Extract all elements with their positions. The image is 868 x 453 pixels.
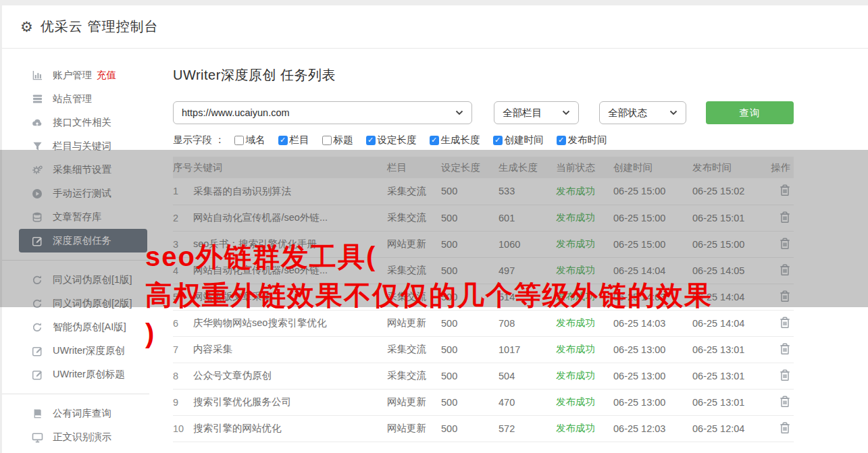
field-checkbox[interactable]: ✓生成长度 — [430, 134, 480, 146]
field-checkbox[interactable]: 域名 — [234, 134, 265, 146]
book-icon — [31, 408, 43, 419]
trash-icon — [779, 294, 791, 304]
cell-status: 发布成功 — [556, 178, 613, 205]
cell-status: 发布成功 — [556, 284, 613, 310]
column-header: 当前状态 — [556, 157, 613, 178]
delete-button[interactable] — [779, 211, 791, 223]
field-checkbox[interactable]: ✓发布时间 — [557, 134, 607, 146]
site-select[interactable]: https://www.ucaiyun.com — [173, 101, 472, 124]
status-select[interactable]: 全部状态 — [599, 101, 686, 124]
cell-gen_len: 470 — [499, 389, 556, 415]
column-select[interactable]: 全部栏目 — [494, 101, 579, 124]
field-checkbox[interactable]: ✓创建时间 — [493, 134, 544, 146]
delete-button[interactable] — [779, 395, 791, 408]
sidebar-item[interactable]: 智能伪原创[AI版] — [19, 315, 147, 339]
delete-button[interactable] — [779, 237, 791, 250]
checkbox-icon: ✓ — [493, 136, 503, 145]
refresh-icon — [31, 275, 43, 286]
trash-icon — [779, 347, 791, 357]
cell-actions — [771, 336, 794, 363]
sidebar-item[interactable]: 文章暂存库 — [19, 205, 147, 229]
checkbox-label: 发布时间 — [568, 134, 607, 146]
column-header: 操作 — [771, 157, 794, 178]
table-row: 9搜索引擎优化服务公司网站更新500470发布成功06-25 13:0006-2… — [173, 389, 794, 415]
column-header: 生成长度 — [499, 157, 556, 178]
field-checkbox[interactable]: 标题 — [322, 134, 353, 146]
trash-icon — [779, 400, 791, 410]
cell-column: 采集交流 — [387, 205, 441, 231]
sidebar-item[interactable]: 站点管理 — [19, 87, 147, 111]
cell-set_len: 500 — [441, 389, 499, 415]
cell-set_len: 500 — [441, 257, 499, 284]
cell-keyword: 搜索引擎优化服务公司 — [193, 389, 387, 415]
fields-label: 显示字段 ： — [173, 134, 225, 146]
trash-icon — [779, 321, 791, 331]
cell-column: 采集交流 — [387, 336, 441, 363]
cell-created: 06-25 13:00 — [613, 363, 692, 389]
field-checkbox[interactable]: ✓栏目 — [278, 134, 309, 146]
sidebar-item-label: 深度原创任务 — [53, 234, 111, 247]
column-header: 栏目 — [387, 157, 441, 178]
cell-created: 06-25 14:04 — [613, 257, 692, 284]
gears-icon — [31, 165, 43, 176]
cell-column: 网站更新 — [387, 415, 441, 442]
cell-created: 06-25 13:00 — [613, 389, 692, 415]
cell-keyword: 采集器的自动识别算法 — [193, 178, 387, 205]
sidebar-item-label: 智能伪原创[AI版] — [53, 321, 126, 334]
sidebar-item-label: UWriter原创标题 — [53, 368, 125, 381]
cell-published: 06-25 14:05 — [692, 257, 771, 284]
sidebar-item[interactable]: 账户管理充值 — [19, 63, 147, 87]
cell-gen_len: 497 — [499, 257, 556, 284]
sidebar-item[interactable]: 手动运行测试 — [19, 182, 147, 205]
sidebar-item[interactable]: 采集细节设置 — [19, 158, 147, 182]
query-button[interactable]: 查询 — [706, 101, 794, 124]
cell-gen_len: 504 — [499, 363, 556, 389]
cell-no: 3 — [173, 231, 193, 257]
trash-icon — [779, 268, 791, 278]
cell-keyword: 庆华购物网站seo搜索引擎优化 — [193, 310, 387, 336]
trash-icon — [779, 426, 791, 436]
checkbox-icon: ✓ — [366, 136, 376, 145]
sidebar-item[interactable]: 接口文件相关 — [19, 111, 147, 134]
sidebar-item[interactable]: UWriter深度原创 — [19, 339, 147, 363]
cell-status: 发布成功 — [556, 363, 613, 389]
table-row: 7内容采集采集交流5001017发布成功06-25 13:0006-25 13:… — [173, 336, 794, 363]
cell-status: 发布成功 — [556, 257, 613, 284]
recharge-link[interactable]: 充值 — [97, 69, 116, 82]
sidebar-divider — [2, 394, 149, 394]
sidebar-item[interactable]: 栏目与关键词 — [19, 134, 147, 158]
cell-set_len: 500 — [441, 178, 499, 205]
sidebar-item[interactable]: 同义词伪原创[2版] — [19, 292, 147, 315]
delete-button[interactable] — [779, 316, 791, 329]
cell-created: 06-25 13:00 — [613, 336, 692, 363]
cell-actions — [771, 231, 794, 257]
delete-button[interactable] — [779, 369, 791, 381]
delete-button[interactable] — [779, 290, 791, 302]
delete-button[interactable] — [779, 263, 791, 276]
filter-bar: https://www.ucaiyun.com 全部栏目 全部状态 — [173, 101, 868, 124]
delete-button[interactable] — [779, 421, 791, 434]
sidebar-item[interactable]: 深度原创任务 — [19, 229, 147, 252]
sidebar-item-label: 同义词伪原创[2版] — [53, 297, 132, 310]
sidebar-item-label: 手动运行测试 — [53, 187, 111, 200]
cell-created: 06-25 15:00 — [613, 178, 692, 205]
site-select-value: https://www.ucaiyun.com — [182, 107, 290, 118]
trash-icon — [779, 188, 791, 198]
cell-keyword: 网站自动化宣传机器/seo外链... — [193, 257, 387, 284]
field-checkbox[interactable]: ✓设定长度 — [366, 134, 417, 146]
sidebar-item[interactable]: 同义词伪原创[1版] — [19, 268, 147, 292]
sidebar: 账户管理充值站点管理接口文件相关栏目与关键词采集细节设置手动运行测试文章暂存库深… — [2, 49, 164, 452]
sidebar-item[interactable]: UWriter原创标题 — [19, 363, 147, 386]
delete-button[interactable] — [779, 184, 791, 196]
cell-no: 2 — [173, 205, 193, 231]
cell-column: 采集交流 — [387, 178, 441, 205]
table-header-row: 序号关键词栏目设定长度生成长度当前状态创建时间发布时间操作 — [173, 157, 794, 178]
cell-published: 06-25 13:01 — [692, 389, 771, 415]
cell-published: 06-25 13:01 — [692, 363, 771, 389]
sidebar-item[interactable]: 正文识别演示 — [19, 425, 147, 449]
cell-gen_len: 1017 — [499, 336, 556, 363]
delete-button[interactable] — [779, 342, 791, 355]
sidebar-item-label: 采集细节设置 — [53, 163, 111, 176]
chevron-down-icon — [562, 110, 570, 115]
sidebar-item[interactable]: 公有词库查询 — [19, 402, 147, 425]
